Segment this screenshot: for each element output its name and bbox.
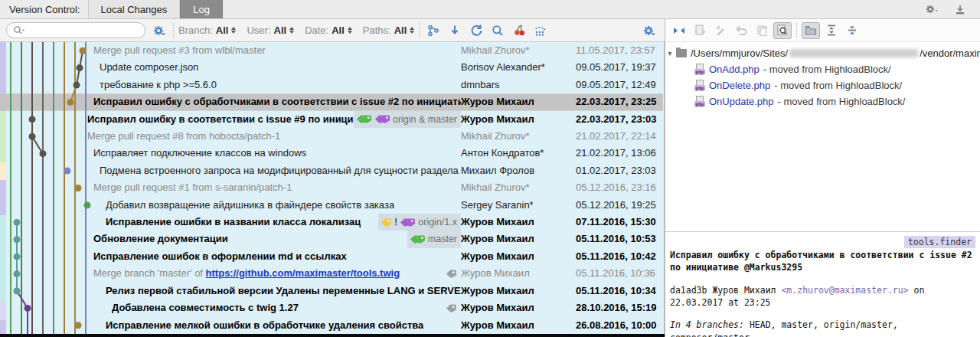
ref-chip[interactable] (443, 303, 461, 314)
commit-author-email[interactable]: <m.zhurov@maximaster.ru> (781, 285, 908, 296)
tab-log[interactable]: Log (180, 0, 223, 18)
search-field[interactable] (6, 22, 145, 38)
ref-chip[interactable] (443, 268, 461, 280)
php-file-icon: php (694, 96, 705, 107)
jump-to-source-icon[interactable] (670, 22, 688, 39)
find-zoom-icon[interactable] (488, 22, 507, 39)
gear-menu-icon[interactable] (922, 1, 940, 18)
branch-filter[interactable]: Branch:All (178, 25, 236, 36)
php-file-icon: php (694, 64, 705, 75)
date-filter[interactable]: Date:All (305, 25, 352, 36)
tab-local-changes[interactable]: Local Changes (88, 0, 181, 18)
collapse-all-icon[interactable] (843, 22, 861, 39)
tree-root-row[interactable]: ▼ /Users/mmjurov/Sites/ /vendor/maxim (665, 45, 980, 61)
commit-author-cell: dmnbars (461, 77, 576, 93)
commit-message: Merge pull request #8 from hobocta/patch… (87, 128, 280, 145)
refresh-icon[interactable] (467, 22, 485, 39)
commit-message: Merge pull request #1 from s-saranin/pat… (93, 179, 292, 196)
branch-graph-icon[interactable] (424, 22, 443, 39)
commit-row[interactable]: Исправил ошибку с обработчиками в соотве… (0, 93, 663, 110)
go-to-hash-icon[interactable] (531, 22, 550, 39)
changed-file-row[interactable]: phpOnAdd.php- moved from HighloadBlock/ (665, 61, 980, 77)
file-name[interactable]: OnUpdate.php (709, 96, 774, 107)
changed-file-row[interactable]: phpOnUpdate.php- moved from HighloadBloc… (665, 93, 980, 110)
commit-row[interactable]: Добавил возвращение айдишника в файндере… (0, 197, 663, 214)
preview-diff-icon[interactable] (773, 22, 792, 39)
commit-message: Исправление мелкой ошибки в обработчике … (106, 317, 423, 334)
commit-message: Добавлена совместимость с twig 1.27 (112, 299, 299, 316)
containing-branch-chip[interactable]: tools.finder (904, 236, 975, 248)
commit-author-cell: Журов Михаил (461, 265, 576, 282)
chevron-down-icon[interactable]: ▼ (665, 50, 675, 57)
commit-date-cell: 09.05.2017, 12:49 (576, 77, 663, 93)
commit-message: Исправил ошибку в соответствии с issue #… (87, 111, 354, 128)
commit-date-cell: 22.03.2017, 23:25 (576, 93, 663, 110)
changed-file-row[interactable]: phpOnDelete.php- moved from HighloadBloc… (665, 77, 980, 93)
go-to-row-icon[interactable] (446, 22, 464, 39)
settings-gear-icon[interactable] (150, 22, 168, 39)
file-move-annotation: - moved from HighloadBlock/ (763, 64, 891, 75)
presentation-settings-icon[interactable] (640, 22, 658, 39)
commit-row[interactable]: Исправление мелкой ошибки в обработчике … (0, 317, 663, 334)
horizontal-scrollbar[interactable] (0, 334, 665, 337)
commit-row[interactable]: Merge pull request #3 from wlbl/masterMi… (0, 42, 663, 59)
commit-subject: Исправил ошибку с обработчиками в соотве… (670, 249, 975, 274)
commit-row[interactable]: Подмена встроенного запроса на модифицир… (0, 162, 663, 179)
commit-author-cell: Sergey Saranin* (461, 197, 576, 214)
commit-author-cell: Журов Михаил (461, 299, 576, 316)
hide-panel-icon[interactable] (951, 1, 969, 18)
tag-icon (381, 218, 392, 227)
commit-row[interactable]: Исправляет подключение классов на window… (0, 145, 663, 162)
redacted-path-segment (789, 49, 918, 57)
revert-icon[interactable] (732, 22, 750, 39)
commit-list: Merge pull request #3 from wlbl/masterMi… (0, 42, 665, 334)
file-name[interactable]: OnDelete.php (709, 80, 770, 91)
tag-icon (446, 303, 457, 313)
commit-date-cell: 01.02.2017, 23:03 (576, 162, 663, 179)
commit-message: Подмена встроенного запроса на модифицир… (100, 162, 459, 179)
search-input[interactable] (27, 25, 139, 36)
show-diff-icon[interactable] (691, 22, 709, 39)
commit-row[interactable]: требование к php >=5.6.0dmnbars09.05.201… (0, 77, 663, 93)
version-control-log-window: Version Control: Local Changes Log Branc… (0, 0, 980, 337)
commit-row[interactable]: Исправление ошибки в названии класса лок… (0, 214, 663, 231)
commit-row[interactable]: Update composer.jsonBorisov Alexander*09… (0, 59, 663, 76)
expand-all-icon[interactable] (822, 22, 841, 39)
ref-chip[interactable]: master (407, 231, 461, 247)
commit-row[interactable]: Исправил ошибку в соответствии с issue #… (0, 111, 663, 128)
tag-icon (414, 234, 426, 244)
commit-date-cell: 22.03.2017, 23:03 (576, 111, 663, 128)
group-by-directory-icon[interactable] (802, 22, 820, 39)
paths-filter[interactable]: Paths:All (363, 25, 414, 36)
commit-message-link[interactable]: https://github.com/maximaster/tools.twig (206, 267, 400, 279)
edit-source-icon[interactable] (711, 22, 730, 39)
commit-meta: da1ad3b Журов Михаил <m.zhurov@maximaste… (670, 284, 975, 309)
search-icon (13, 25, 25, 35)
commit-author-cell: Mikhail Zhurov* (461, 128, 576, 145)
file-name[interactable]: OnAdd.php (709, 64, 760, 75)
commit-row[interactable]: Merge pull request #1 from s-saranin/pat… (0, 179, 663, 196)
commit-row[interactable]: Merge pull request #8 from hobocta/patch… (0, 128, 663, 145)
commit-author-cell: Михаил Фролов (461, 162, 576, 179)
commit-row[interactable]: Merge branch 'master' of https://github.… (0, 265, 663, 282)
cherry-pick-icon[interactable] (510, 22, 528, 39)
user-filter[interactable]: User:All (247, 25, 294, 36)
commit-date-cell: 05.11.2016, 10:36 (576, 265, 663, 282)
chevron-updown-icon (348, 27, 352, 34)
ref-chip[interactable]: origin & master (354, 111, 461, 128)
commit-message: Merge pull request #3 from wlbl/master (93, 42, 266, 59)
commit-date-cell: 11.05.2017, 23:57 (576, 42, 663, 59)
copy-icon[interactable] (753, 22, 771, 39)
commit-message: Исправление ошибки в названии класса лок… (106, 214, 361, 231)
ref-chip[interactable]: !origin/1.x (378, 214, 461, 231)
commit-row[interactable]: Исправление ошибок в оформлении md и ссы… (0, 248, 663, 265)
commit-author-cell: Журов Михаил (461, 248, 576, 265)
commit-row[interactable]: Добавлена совместимость с twig 1.27Журов… (0, 299, 663, 316)
commit-author-cell: Журов Михаил (461, 317, 576, 334)
chevron-updown-icon (231, 27, 236, 34)
commit-row[interactable]: Релиз первой стабильной версии Удалены п… (0, 283, 663, 299)
commit-row[interactable]: Обновление документацииmasterЖуров Михаи… (0, 231, 663, 247)
commit-date-cell: 05.11.2016, 10:53 (576, 231, 663, 247)
commit-date-cell: 05.11.2016, 10:42 (576, 248, 663, 265)
commit-message: Добавил возвращение айдишника в файндере… (106, 197, 394, 214)
